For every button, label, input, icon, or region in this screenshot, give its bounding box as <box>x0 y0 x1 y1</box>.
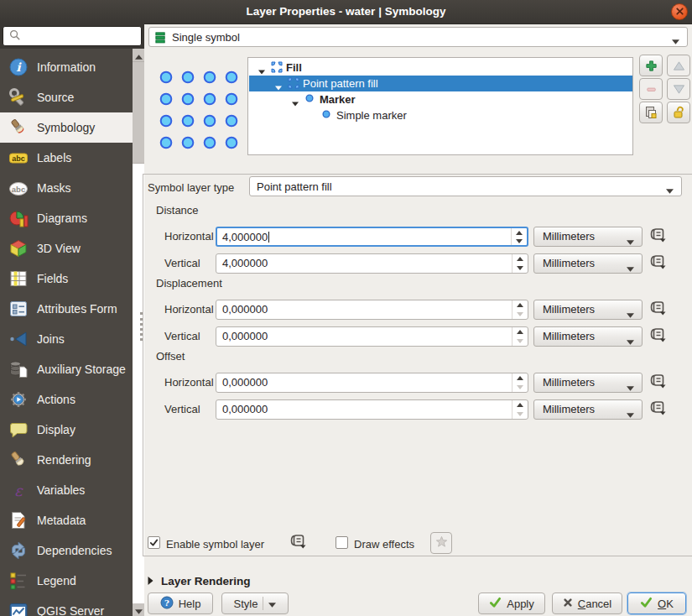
offset-horizontal-value: 0,000000 <box>222 373 268 391</box>
spin-up-button[interactable] <box>512 228 527 237</box>
displacement-vertical-override-button[interactable] <box>646 327 669 346</box>
offset-horizontal-spin-buttons <box>512 373 528 392</box>
distance-vertical-spin-buttons <box>512 254 528 273</box>
distance-vertical-unit-select[interactable]: Millimeters <box>533 253 643 274</box>
spin-up-button[interactable] <box>512 254 528 264</box>
spin-down-button[interactable] <box>512 383 528 392</box>
offset-vertical-input[interactable]: 0,000000 <box>216 399 528 420</box>
expand-right-icon <box>148 573 153 588</box>
enable-symbol-layer-checkbox[interactable] <box>148 536 160 549</box>
layer-properties-dialog: Layer Properties - water | Symbology Sin… <box>0 0 692 616</box>
displacement-horizontal-unit-select[interactable]: Millimeters <box>533 300 643 320</box>
displacement-horizontal-spin-buttons <box>512 300 528 319</box>
displacement-vertical-unit-select[interactable]: Millimeters <box>533 326 643 347</box>
data-defined-override-icon <box>649 327 666 346</box>
chevron-down-icon <box>627 308 634 321</box>
spin-down-button[interactable] <box>512 410 528 419</box>
displacement-vertical-unit-value: Millimeters <box>543 327 595 346</box>
offset-vertical-value: 0,000000 <box>222 400 268 418</box>
apply-button[interactable]: Apply <box>478 593 545 614</box>
ok-check-icon <box>640 596 653 611</box>
apply-check-icon <box>489 596 502 611</box>
distance-horizontal-spin-buttons <box>511 228 527 245</box>
layer-rendering-label: Layer Rendering <box>161 575 251 587</box>
help-button-label: Help <box>179 598 201 610</box>
displacement-horizontal-value: 0,000000 <box>222 300 268 318</box>
help-icon: ? <box>160 596 174 612</box>
style-button[interactable]: Style <box>221 593 289 614</box>
chevron-down-icon <box>627 335 634 347</box>
distance-horizontal-input[interactable]: 4,000000 <box>216 227 528 247</box>
spin-down-button[interactable] <box>512 337 528 346</box>
style-dropdown-arrow-icon <box>268 598 276 610</box>
distance-vertical-label: Vertical <box>164 253 200 274</box>
displacement-horizontal-input[interactable]: 0,000000 <box>216 300 528 320</box>
chevron-down-icon <box>627 235 634 248</box>
star-icon <box>435 535 448 551</box>
offset-vertical-override-button[interactable] <box>646 400 669 419</box>
distance-section-label: Distance <box>156 204 199 217</box>
displacement-horizontal-label: Horizontal <box>164 300 214 320</box>
distance-horizontal-override-button[interactable] <box>646 227 669 246</box>
data-defined-override-icon <box>289 534 306 552</box>
chevron-down-icon <box>627 262 634 274</box>
offset-horizontal-label: Horizontal <box>164 373 214 393</box>
displacement-section-label: Displacement <box>156 277 222 290</box>
displacement-vertical-input[interactable]: 0,000000 <box>216 326 528 347</box>
settings-fields: DistanceHorizontal4,000000MillimetersVer… <box>0 0 692 616</box>
checkmark-icon <box>149 535 159 551</box>
data-defined-override-icon <box>649 254 666 273</box>
offset-horizontal-input[interactable]: 0,000000 <box>216 373 528 393</box>
ok-button[interactable]: OK <box>627 593 686 614</box>
spin-up-button[interactable] <box>512 400 528 410</box>
cancel-button-label: Cancel <box>578 598 611 610</box>
offset-horizontal-unit-select[interactable]: Millimeters <box>533 373 643 393</box>
distance-horizontal-label: Horizontal <box>164 227 214 247</box>
distance-vertical-unit-value: Millimeters <box>543 254 595 273</box>
style-button-divider <box>263 597 263 610</box>
offset-vertical-unit-select[interactable]: Millimeters <box>533 399 643 420</box>
displacement-horizontal-unit-value: Millimeters <box>543 300 595 319</box>
displacement-vertical-label: Vertical <box>164 326 200 347</box>
chevron-down-icon <box>627 408 634 420</box>
data-defined-override-icon <box>649 227 666 246</box>
displacement-vertical-spin-buttons <box>512 327 528 346</box>
svg-text:?: ? <box>164 598 169 608</box>
offset-horizontal-override-button[interactable] <box>646 373 669 392</box>
apply-button-label: Apply <box>507 598 534 610</box>
offset-section-label: Offset <box>156 350 185 363</box>
offset-vertical-label: Vertical <box>164 399 200 420</box>
offset-vertical-unit-value: Millimeters <box>543 400 595 419</box>
offset-horizontal-unit-value: Millimeters <box>543 373 595 392</box>
draw-effects-checkbox[interactable] <box>336 536 348 549</box>
spin-down-button[interactable] <box>512 237 527 245</box>
enable-layer-override-button[interactable] <box>286 534 310 552</box>
effects-options-button[interactable] <box>430 532 452 554</box>
spin-up-button[interactable] <box>512 300 528 310</box>
displacement-vertical-value: 0,000000 <box>222 327 268 345</box>
data-defined-override-icon <box>649 373 666 392</box>
spin-down-button[interactable] <box>512 264 528 273</box>
spin-down-button[interactable] <box>512 310 528 319</box>
cancel-button[interactable]: Cancel <box>552 593 622 614</box>
ok-button-label: OK <box>658 598 674 610</box>
help-button[interactable]: ? Help <box>148 593 213 614</box>
distance-horizontal-unit-select[interactable]: Millimeters <box>533 227 643 247</box>
layer-rendering-header[interactable]: Layer Rendering <box>148 572 357 589</box>
data-defined-override-icon <box>649 300 666 319</box>
distance-vertical-input[interactable]: 4,000000 <box>216 253 528 274</box>
enable-symbol-layer-label: Enable symbol layer <box>166 538 264 551</box>
chevron-down-icon <box>627 381 634 394</box>
data-defined-override-icon <box>649 400 666 419</box>
spin-up-button[interactable] <box>512 373 528 383</box>
displacement-horizontal-override-button[interactable] <box>646 300 669 319</box>
offset-vertical-spin-buttons <box>512 400 528 419</box>
distance-vertical-override-button[interactable] <box>646 254 669 273</box>
distance-horizontal-value: 4,000000 <box>222 228 269 246</box>
spin-up-button[interactable] <box>512 327 528 337</box>
draw-effects-label: Draw effects <box>354 538 414 551</box>
style-button-label: Style <box>234 598 258 610</box>
distance-vertical-value: 4,000000 <box>222 254 268 272</box>
cancel-x-icon <box>563 598 573 610</box>
distance-horizontal-unit-value: Millimeters <box>543 227 595 246</box>
